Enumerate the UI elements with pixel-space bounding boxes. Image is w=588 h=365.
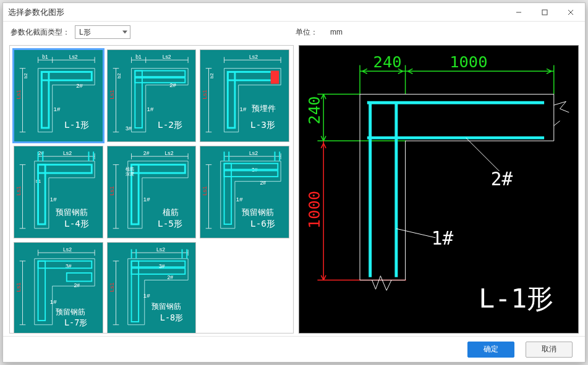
type-combo[interactable]: L形: [75, 25, 130, 39]
svg-text:L-6形: L-6形: [250, 219, 275, 229]
thumb-L1[interactable]: b1 Ls2 Ls1 b2 2# 1# L-1形: [14, 49, 103, 142]
svg-text:预留钢筋: 预留钢筋: [242, 208, 275, 217]
svg-text:b1: b1: [135, 54, 142, 60]
svg-text:1#: 1#: [50, 196, 57, 203]
svg-text:b2: b2: [210, 73, 215, 78]
maximize-button[interactable]: [535, 5, 554, 20]
minimize-button[interactable]: [509, 5, 528, 20]
window-title: 选择参数化图形: [8, 7, 509, 18]
thumb-L8[interactable]: Ls2 Ls1 3# 2# 1# 预留钢筋 L-8形: [107, 242, 197, 334]
svg-text:Ls1: Ls1: [201, 90, 208, 99]
cancel-button[interactable]: 取消: [526, 342, 573, 358]
svg-text:3#: 3#: [159, 263, 165, 269]
svg-rect-22: [271, 71, 279, 84]
svg-text:1#: 1#: [236, 196, 243, 203]
thumb-L3[interactable]: Ls2 Ls1 b2 1# 预埋件 L-3形: [200, 49, 289, 142]
svg-text:L-5形: L-5形: [158, 219, 182, 229]
svg-text:Ls1: Ls1: [201, 186, 208, 196]
svg-text:预留钢筋: 预留钢筋: [151, 303, 181, 310]
svg-text:Ls2: Ls2: [249, 54, 258, 60]
dim-b1: b1: [42, 54, 48, 60]
svg-text:b2: b2: [116, 73, 122, 78]
svg-text:L-2形: L-2形: [158, 120, 182, 130]
dim-ls2: Ls2: [69, 54, 78, 60]
svg-text:Ls2: Ls2: [63, 150, 72, 156]
svg-text:Ls1: Ls1: [108, 282, 114, 292]
titlebar: 选择参数化图形: [3, 3, 585, 22]
svg-text:预留钢筋: 预留钢筋: [56, 308, 85, 316]
preview-dim-top-left: 240: [373, 52, 402, 71]
preview-mark2: 2#: [491, 169, 513, 190]
dim-b2: b2: [23, 73, 28, 78]
svg-text:Ls2: Ls2: [156, 246, 165, 253]
svg-text:植筋: 植筋: [162, 208, 178, 217]
svg-text:3#: 3#: [126, 125, 132, 132]
svg-text:1#: 1#: [143, 196, 150, 203]
svg-text:1#: 1#: [143, 292, 150, 299]
shape-gallery: b1 Ls2 Ls1 b2 2# 1# L-1形: [9, 45, 294, 334]
close-button[interactable]: [561, 5, 580, 20]
mark2: 2#: [76, 82, 83, 89]
svg-text:2#: 2#: [167, 274, 173, 280]
svg-text:L-4形: L-4形: [64, 219, 89, 229]
preview-mark1: 1#: [432, 228, 454, 249]
unit-block: 单位： mm: [296, 27, 343, 38]
svg-text:Ls1: Ls1: [108, 186, 114, 196]
dialog-window: 选择参数化图形 参数化截面类型： L形 单位： mm: [2, 2, 586, 363]
svg-text:1#: 1#: [50, 298, 57, 305]
svg-rect-58: [14, 245, 103, 333]
svg-text:Ls2: Ls2: [164, 150, 173, 156]
svg-rect-4: [108, 52, 196, 140]
svg-text:2#: 2#: [169, 82, 176, 89]
preview-dim-top-right: 1000: [450, 52, 487, 71]
type-combo-value: L形: [79, 27, 91, 38]
thumb-L2[interactable]: b1 Ls2 Ls1 b2 2# 1# 3# L-2形: [107, 49, 197, 142]
svg-text:Ls1: Ls1: [15, 186, 22, 196]
svg-text:预埋件: 预埋件: [252, 104, 276, 113]
svg-text:L-3形: L-3形: [250, 120, 275, 130]
unit-value: mm: [330, 28, 343, 36]
svg-rect-0: [542, 10, 547, 15]
dialog-footer: 确定 取消: [3, 336, 585, 362]
preview-panel: 240 1000 240 1000: [299, 45, 579, 334]
svg-text:2#: 2#: [143, 150, 149, 156]
svg-text:Ls2: Ls2: [162, 54, 171, 60]
svg-rect-1: [14, 52, 103, 140]
preview-dim-side-top: 240: [305, 96, 323, 125]
thumb-L6[interactable]: Ls2 Ls1 3# 2# 1# 预留钢筋 L-6形: [200, 146, 289, 238]
svg-text:Ls2: Ls2: [63, 246, 72, 253]
svg-text:植筋: 植筋: [126, 167, 134, 171]
dim-ls1: Ls1: [15, 90, 22, 99]
unit-label: 单位：: [296, 27, 318, 38]
chevron-down-icon: [122, 31, 127, 34]
thumb-L5[interactable]: 2# Ls2 Ls1 植筋 深度 1# 植筋 L-5形: [107, 146, 197, 238]
window-buttons: [509, 5, 580, 20]
svg-text:深度: 深度: [126, 172, 134, 176]
svg-text:2#: 2#: [74, 282, 80, 288]
preview-label: L-1形: [479, 283, 553, 314]
thumb-L4[interactable]: 2# Ls2 Ls1 b1 1# 预留钢筋 L-4形: [14, 146, 103, 238]
svg-text:1#: 1#: [240, 106, 247, 112]
svg-text:预留钢筋: 预留钢筋: [56, 208, 88, 217]
svg-text:Ls1: Ls1: [15, 282, 22, 292]
svg-text:Ls2: Ls2: [249, 150, 258, 156]
svg-text:Ls1: Ls1: [108, 90, 114, 99]
svg-text:L-8形: L-8形: [160, 313, 182, 322]
toolbar: 参数化截面类型： L形 单位： mm: [3, 22, 585, 43]
mark1: 1#: [54, 106, 61, 112]
type-label: 参数化截面类型：: [11, 27, 70, 38]
thumb-label: L-1形: [64, 120, 89, 130]
svg-text:L-7形: L-7形: [64, 317, 87, 327]
svg-text:1#: 1#: [147, 106, 153, 112]
svg-rect-16: [200, 52, 289, 140]
thumb-L7[interactable]: Ls2 Ls1 3# 2# 1# 预留钢筋 L-7形: [14, 242, 103, 334]
dialog-body: b1 Ls2 Ls1 b2 2# 1# L-1形: [3, 43, 585, 336]
svg-text:2#: 2#: [260, 180, 266, 186]
preview-dim-side-bottom: 1000: [305, 191, 323, 229]
ok-button[interactable]: 确定: [467, 342, 514, 358]
